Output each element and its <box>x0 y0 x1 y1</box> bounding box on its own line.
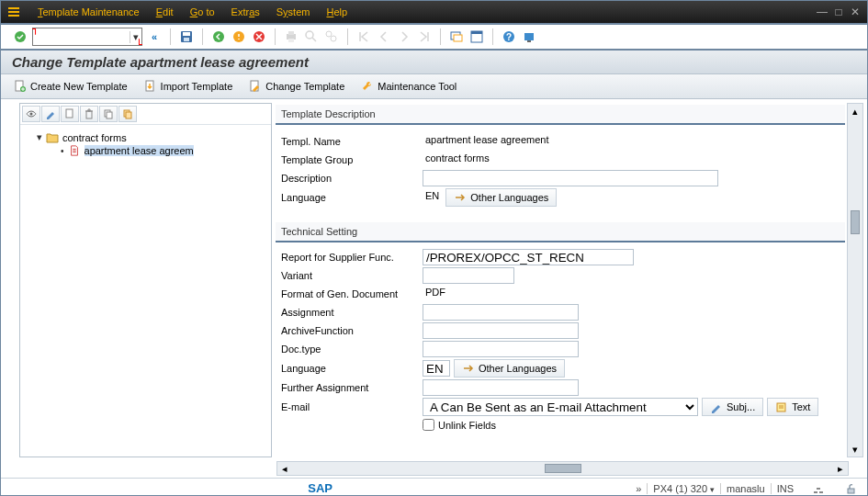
tech-other-languages-button[interactable]: Other Languages <box>454 359 565 378</box>
scroll-left-icon[interactable]: ◂ <box>277 463 292 475</box>
form-panel: Template Description Templ. Name apartme… <box>276 103 863 457</box>
maintenance-tool-button[interactable]: Maintenance Tool <box>359 78 458 95</box>
archive-label: ArchiveFunction <box>281 325 419 336</box>
tree-delete-button[interactable] <box>80 106 98 122</box>
menu-extras[interactable]: Extras <box>231 6 260 17</box>
title-bar: Change Template apartment lease agreemen… <box>1 51 867 74</box>
email-label: E-mail <box>281 401 419 412</box>
menu-template-maintenance[interactable]: Template Maintenance <box>38 6 140 17</box>
tree-leaf[interactable]: • apartment lease agreem <box>24 144 267 157</box>
subject-button[interactable]: Subj... <box>702 398 763 416</box>
further-assignment-label: Further Assignment <box>281 382 419 393</box>
report-input[interactable] <box>423 249 634 265</box>
change-template-button[interactable]: Change Template <box>247 78 346 95</box>
variant-input[interactable] <box>423 267 514 284</box>
svg-point-7 <box>213 31 224 42</box>
minimize-button[interactable]: — <box>816 6 829 18</box>
tree-edit-button[interactable] <box>41 106 60 122</box>
svg-point-14 <box>326 31 332 37</box>
enter-icon[interactable] <box>12 28 28 45</box>
hscroll-thumb[interactable] <box>545 464 581 473</box>
menu-help[interactable]: Help <box>326 6 347 17</box>
template-tree[interactable]: ▾ contract forms • apartment lease agree… <box>20 125 271 457</box>
scroll-down-icon[interactable]: ▾ <box>848 442 862 457</box>
exit-icon[interactable] <box>231 28 247 45</box>
template-group-label: Template Group <box>281 154 419 165</box>
command-input[interactable] <box>33 31 130 42</box>
back-icon[interactable] <box>210 28 227 45</box>
language-value: EN <box>423 189 442 206</box>
menu-bar: Template Maintenance Edit Go to Extras S… <box>1 1 867 23</box>
cancel-icon[interactable] <box>251 28 267 45</box>
create-template-button[interactable]: Create New Template <box>12 78 130 95</box>
tree-create-button[interactable] <box>61 106 79 122</box>
email-select[interactable]: A Can Be Sent as an E-mail Attachment <box>423 398 698 416</box>
tree-panel: ▾ contract forms • apartment lease agree… <box>19 103 272 457</box>
close-window-button[interactable]: ✕ <box>849 6 862 18</box>
variant-label: Variant <box>281 270 419 281</box>
svg-rect-30 <box>86 111 92 118</box>
status-layout-icon[interactable] <box>811 481 826 496</box>
maximize-button[interactable]: □ <box>832 6 845 18</box>
collapse-icon[interactable]: « <box>146 28 163 45</box>
language-label: Language <box>281 192 419 203</box>
svg-rect-6 <box>184 38 189 41</box>
import-template-button[interactable]: Import Template <box>142 78 235 95</box>
prev-page-icon <box>376 28 392 45</box>
leaf-bullet-icon: • <box>61 146 64 156</box>
status-expand-icon[interactable]: » <box>636 483 641 494</box>
further-assignment-input[interactable] <box>423 379 579 396</box>
assignment-input[interactable] <box>423 304 579 321</box>
menu-system[interactable]: System <box>276 6 310 17</box>
settings-icon[interactable] <box>521 28 537 45</box>
templ-name-label: Templ. Name <box>281 136 419 147</box>
main-area: ▾ contract forms • apartment lease agree… <box>1 99 867 457</box>
scroll-thumb[interactable] <box>851 210 860 234</box>
doctype-label: Doc.type <box>281 344 419 355</box>
tree-toolbar <box>20 104 271 125</box>
command-dropdown-icon[interactable]: ▾ <box>130 31 141 43</box>
other-languages-button[interactable]: Other Languages <box>445 188 557 207</box>
last-page-icon <box>416 28 433 45</box>
print-icon <box>283 28 299 45</box>
format-label: Format of Gen. Document <box>281 288 419 299</box>
form-scroll-area[interactable]: Template Description Templ. Name apartme… <box>276 103 847 457</box>
tech-language-input[interactable] <box>423 360 450 377</box>
app-menu-icon[interactable] <box>6 5 21 19</box>
help-icon[interactable]: ? <box>501 28 517 45</box>
sap-logo: SAP <box>308 481 333 495</box>
unlink-fields-checkbox[interactable] <box>423 419 434 431</box>
description-input[interactable] <box>423 170 718 186</box>
vertical-scrollbar[interactable]: ▴ ▾ <box>847 103 863 457</box>
horizontal-scrollbar[interactable]: ◂ ▸ <box>276 461 849 476</box>
tree-folder[interactable]: ▾ contract forms <box>24 130 267 144</box>
tree-copy-button[interactable] <box>99 106 118 122</box>
new-window-icon[interactable] <box>448 28 465 45</box>
menu-goto[interactable]: Go to <box>190 6 215 17</box>
next-page-icon <box>396 28 412 45</box>
svg-rect-11 <box>288 31 294 35</box>
status-system[interactable]: PX4 (1) 320 ▾ <box>647 483 715 494</box>
scroll-up-icon[interactable]: ▴ <box>848 104 862 118</box>
command-field[interactable]: ▾ <box>32 28 142 46</box>
tree-display-button[interactable] <box>22 106 40 122</box>
page-title: Change Template apartment lease agreemen… <box>12 54 856 70</box>
svg-rect-32 <box>107 112 112 118</box>
text-button[interactable]: Text <box>767 398 818 416</box>
archive-input[interactable] <box>423 322 579 339</box>
section-description-header: Template Description <box>276 105 845 125</box>
save-icon[interactable] <box>178 28 195 45</box>
expand-toggle-icon[interactable]: ▾ <box>37 131 42 143</box>
scroll-right-icon[interactable]: ▸ <box>833 463 848 475</box>
svg-rect-5 <box>183 32 190 36</box>
unlink-fields-label: Unlink Fields <box>438 420 496 431</box>
status-lock-icon[interactable] <box>843 481 858 496</box>
tree-move-button[interactable] <box>118 106 137 122</box>
section-technical-header: Technical Setting <box>276 222 845 242</box>
doctype-input[interactable] <box>423 341 579 357</box>
system-toolbar: ▾ « ? <box>1 23 867 51</box>
layout-icon[interactable] <box>468 28 485 45</box>
find-icon <box>303 28 320 45</box>
menu-edit[interactable]: Edit <box>156 6 174 17</box>
status-bar: SAP » PX4 (1) 320 ▾ manaslu INS <box>1 478 867 496</box>
